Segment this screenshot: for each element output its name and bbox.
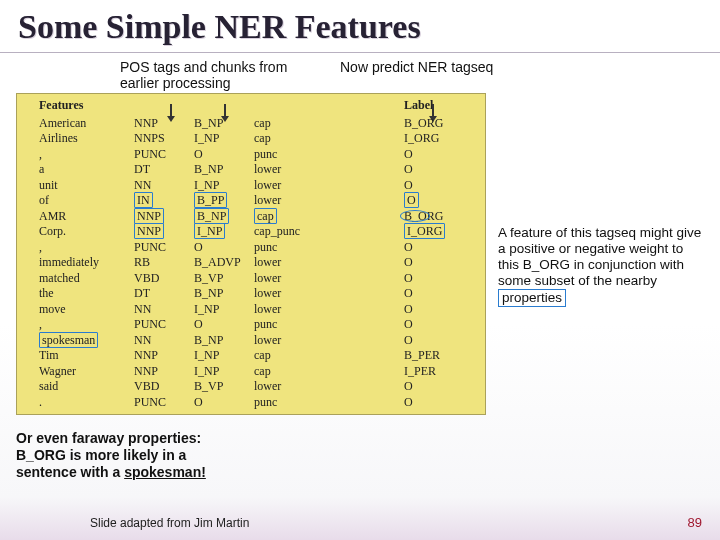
cell-word: of bbox=[39, 193, 134, 209]
top-annotations: POS tags and chunks from earlier process… bbox=[0, 59, 720, 91]
cell-feat: cap bbox=[254, 348, 334, 364]
cell-label: B_ORG bbox=[404, 116, 464, 132]
col-blank bbox=[254, 98, 334, 114]
bottom-line-1: Or even faraway properties: bbox=[16, 430, 266, 447]
cell-gap bbox=[334, 240, 404, 256]
cell-gap bbox=[334, 333, 404, 349]
bottom-line-3: sentence with a spokesman! bbox=[16, 464, 266, 481]
cell-chunk: O bbox=[194, 147, 254, 163]
cell-word: matched bbox=[39, 271, 134, 287]
slide-credit: Slide adapted from Jim Martin bbox=[90, 516, 249, 530]
cell-pos: PUNC bbox=[134, 147, 194, 163]
cell-feat: cap bbox=[254, 116, 334, 132]
cell-label: O bbox=[404, 162, 464, 178]
col-gap bbox=[334, 98, 404, 114]
cell-chunk: B_VP bbox=[194, 271, 254, 287]
cell-gap bbox=[334, 147, 404, 163]
table-row: Corp.NNPI_NPcap_puncI_ORG bbox=[17, 224, 485, 240]
cell-word: AMR bbox=[39, 209, 134, 225]
cell-gap bbox=[334, 131, 404, 147]
cell-label: B_ORG bbox=[404, 209, 464, 225]
cell-label: O bbox=[404, 379, 464, 395]
table-row: theDTB_NPlowerO bbox=[17, 286, 485, 302]
cell-label: O bbox=[404, 147, 464, 163]
cell-chunk: I_NP bbox=[194, 178, 254, 194]
side-annotation: A feature of this tagseq might give a po… bbox=[498, 225, 702, 307]
cell-chunk: B_NP bbox=[194, 333, 254, 349]
cell-label: O bbox=[404, 255, 464, 271]
cell-pos: VBD bbox=[134, 271, 194, 287]
table-row: .PUNCOpuncO bbox=[17, 395, 485, 411]
table-row: ,PUNCOpuncO bbox=[17, 240, 485, 256]
cell-chunk: I_NP bbox=[194, 131, 254, 147]
cell-label: O bbox=[404, 193, 464, 209]
cell-feat: cap bbox=[254, 209, 334, 225]
cell-word: , bbox=[39, 240, 134, 256]
cell-pos: NN bbox=[134, 302, 194, 318]
cell-gap bbox=[334, 348, 404, 364]
cell-chunk: B_ADVP bbox=[194, 255, 254, 271]
cell-pos: NNP bbox=[134, 224, 194, 240]
cell-pos: DT bbox=[134, 162, 194, 178]
cell-label: O bbox=[404, 240, 464, 256]
table-row: matchedVBDB_VPlowerO bbox=[17, 271, 485, 287]
side-annotation-text: A feature of this tagseq might give a po… bbox=[498, 225, 701, 288]
cell-label: O bbox=[404, 333, 464, 349]
cell-gap bbox=[334, 178, 404, 194]
cell-word: move bbox=[39, 302, 134, 318]
cell-chunk: I_NP bbox=[194, 364, 254, 380]
cell-feat: punc bbox=[254, 147, 334, 163]
cell-pos: PUNC bbox=[134, 240, 194, 256]
cell-chunk: B_VP bbox=[194, 379, 254, 395]
cell-feat: lower bbox=[254, 379, 334, 395]
cell-word: . bbox=[39, 395, 134, 411]
bottom-annotation: Or even faraway properties: B_ORG is mor… bbox=[16, 430, 266, 481]
cell-gap bbox=[334, 271, 404, 287]
cell-feat: punc bbox=[254, 317, 334, 333]
slide-title: Some Simple NER Features bbox=[0, 0, 720, 48]
cell-pos: NNP bbox=[134, 348, 194, 364]
table-row: saidVBDB_VPlowerO bbox=[17, 379, 485, 395]
bottom-line-3-plain: sentence with a bbox=[16, 464, 124, 480]
cell-pos: NNP bbox=[134, 364, 194, 380]
bottom-line-2: B_ORG is more likely in a bbox=[16, 447, 266, 464]
cell-label: O bbox=[404, 271, 464, 287]
oval-highlight-icon bbox=[400, 210, 430, 222]
cell-chunk: B_NP bbox=[194, 209, 254, 225]
cell-chunk: B_NP bbox=[194, 286, 254, 302]
cell-gap bbox=[334, 116, 404, 132]
feature-table: Features Label AmericanNNPB_NPcapB_ORGAi… bbox=[16, 93, 486, 415]
table-row: ,PUNCOpuncO bbox=[17, 317, 485, 333]
cell-word: immediately bbox=[39, 255, 134, 271]
cell-feat: lower bbox=[254, 162, 334, 178]
cell-chunk: O bbox=[194, 317, 254, 333]
table-row: ,PUNCOpuncO bbox=[17, 147, 485, 163]
cell-word: Corp. bbox=[39, 224, 134, 240]
cell-gap bbox=[334, 379, 404, 395]
cell-pos: DT bbox=[134, 286, 194, 302]
cell-word: , bbox=[39, 147, 134, 163]
cell-gap bbox=[334, 286, 404, 302]
cell-word: spokesman bbox=[39, 333, 134, 349]
cell-feat: lower bbox=[254, 333, 334, 349]
table-row: WagnerNNPI_NPcapI_PER bbox=[17, 364, 485, 380]
cell-chunk: B_NP bbox=[194, 162, 254, 178]
cell-word: a bbox=[39, 162, 134, 178]
cell-chunk: O bbox=[194, 240, 254, 256]
cell-feat: lower bbox=[254, 271, 334, 287]
cell-gap bbox=[334, 255, 404, 271]
cell-feat: cap bbox=[254, 364, 334, 380]
cell-chunk: I_NP bbox=[194, 348, 254, 364]
cell-gap bbox=[334, 193, 404, 209]
arrows-left bbox=[158, 104, 238, 118]
cell-pos: NN bbox=[134, 178, 194, 194]
cell-feat: punc bbox=[254, 240, 334, 256]
annotation-predict-tagseq: Now predict NER tagseq bbox=[340, 59, 560, 91]
arrow-down-icon bbox=[224, 104, 226, 118]
table-row: ofINB_PPlowerO bbox=[17, 193, 485, 209]
table-row: AirlinesNNPSI_NPcapI_ORG bbox=[17, 131, 485, 147]
cell-pos: VBD bbox=[134, 379, 194, 395]
cell-label: O bbox=[404, 286, 464, 302]
table-row: immediatelyRBB_ADVPlowerO bbox=[17, 255, 485, 271]
annotation-pos-chunks: POS tags and chunks from earlier process… bbox=[120, 59, 300, 91]
